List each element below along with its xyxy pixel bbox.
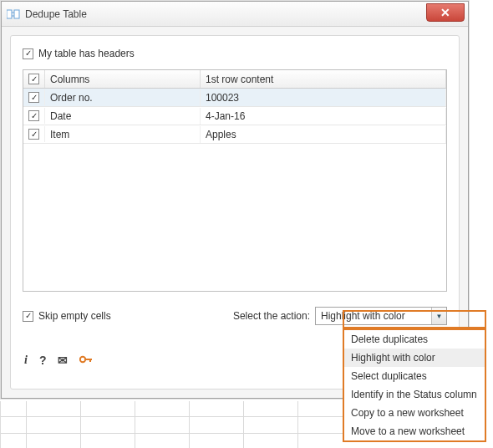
- action-dropdown-list: Delete duplicates Highlight with color S…: [343, 328, 486, 442]
- combo-value: Highlight with color: [321, 310, 405, 322]
- header-columns[interactable]: Columns: [45, 70, 201, 88]
- close-button[interactable]: ✕: [426, 3, 465, 22]
- checkbox-icon: [23, 311, 33, 322]
- dropdown-item[interactable]: Move to a new worksheet: [344, 422, 485, 440]
- dropdown-item[interactable]: Identify in the Status column: [344, 385, 485, 404]
- options-row: Skip empty cells Select the action: High…: [23, 307, 447, 325]
- header-first-row[interactable]: 1st row content: [201, 70, 446, 88]
- cell-first: Apples: [201, 126, 446, 143]
- columns-grid: Columns 1st row content Order no. 100023…: [23, 69, 447, 292]
- table-row[interactable]: Date 4-Jan-16: [23, 107, 446, 125]
- titlebar: Dedupe Table ✕: [2, 2, 468, 27]
- cell-name: Order no.: [45, 89, 201, 106]
- info-icon[interactable]: i: [24, 354, 28, 367]
- table-row[interactable]: Item Apples: [23, 125, 446, 144]
- cell-first: 4-Jan-16: [201, 108, 446, 125]
- spreadsheet-grid: [0, 401, 349, 448]
- mail-icon[interactable]: ✉: [58, 354, 68, 367]
- checkbox-icon: [28, 110, 39, 121]
- cell-name: Item: [45, 126, 201, 143]
- grid-header: Columns 1st row content: [23, 70, 446, 89]
- skip-empty-checkbox-row[interactable]: Skip empty cells: [23, 310, 111, 322]
- dropdown-item[interactable]: Copy to a new worksheet: [344, 404, 485, 422]
- cell-first: 100023: [201, 89, 446, 106]
- window-title: Dedupe Table: [25, 8, 87, 20]
- grid-body: Order no. 100023 Date 4-Jan-16 Item Appl…: [23, 89, 446, 144]
- close-icon: ✕: [440, 6, 450, 19]
- header-checkbox-cell[interactable]: [23, 70, 45, 88]
- action-label: Select the action:: [233, 310, 310, 322]
- key-icon[interactable]: [79, 354, 93, 367]
- chevron-down-icon: ▼: [431, 308, 446, 324]
- svg-rect-6: [89, 359, 91, 362]
- checkbox-icon: [23, 48, 33, 59]
- headers-label: My table has headers: [38, 48, 135, 59]
- svg-rect-0: [7, 10, 12, 18]
- dropdown-item[interactable]: Highlight with color: [344, 349, 485, 367]
- skip-empty-label: Skip empty cells: [38, 310, 111, 322]
- help-icon[interactable]: ?: [39, 354, 47, 367]
- dropdown-item[interactable]: Delete duplicates: [344, 330, 485, 349]
- checkbox-icon: [28, 129, 39, 140]
- table-row[interactable]: Order no. 100023: [23, 89, 446, 107]
- checkbox-icon: [28, 74, 39, 84]
- checkbox-icon: [28, 92, 39, 103]
- cell-name: Date: [45, 108, 201, 125]
- dropdown-item[interactable]: Select duplicates: [344, 367, 485, 385]
- action-combobox[interactable]: Highlight with color ▼: [315, 307, 447, 325]
- app-icon: [7, 8, 20, 21]
- headers-checkbox-row[interactable]: My table has headers: [23, 48, 447, 59]
- action-combo-wrap: Select the action: Highlight with color …: [233, 307, 447, 325]
- svg-rect-1: [14, 10, 19, 18]
